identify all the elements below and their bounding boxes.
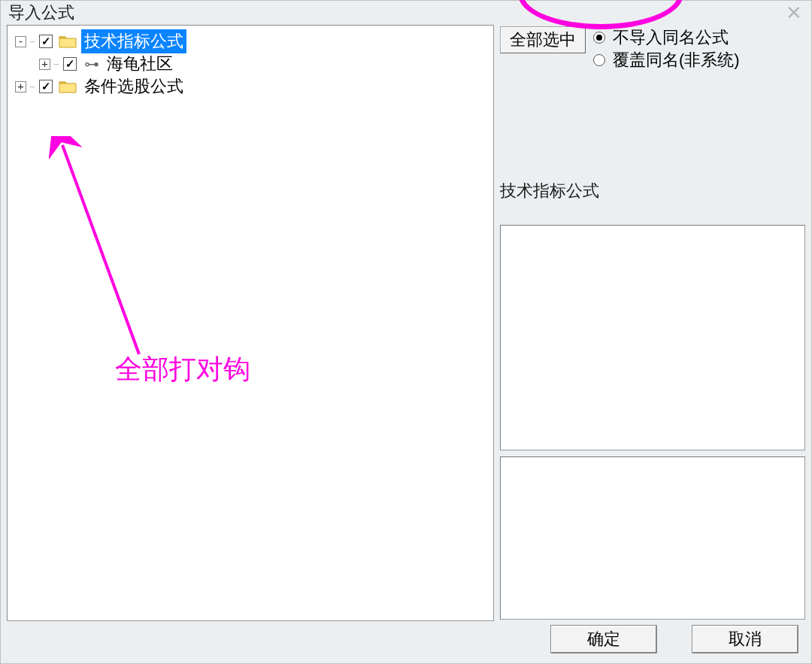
- radio-overwrite-duplicate[interactable]: 覆盖同名(非系统): [593, 49, 740, 71]
- select-all-button[interactable]: 全部选中: [500, 26, 586, 53]
- tree-node-label[interactable]: 技术指标公式: [81, 29, 186, 53]
- dialog-content: - ···· 技术指标公式 + ···· ⊶ 海龟社区 + ····: [7, 25, 811, 621]
- tree-node-stock-selection[interactable]: + ···· 条件选股公式: [15, 75, 490, 98]
- close-icon[interactable]: ✕: [786, 5, 804, 20]
- selected-category-label: 技术指标公式: [500, 180, 599, 202]
- expand-icon[interactable]: +: [39, 59, 50, 70]
- right-panel: 全部选中 不导入同名公式 覆盖同名(非系统) 技术指标公式: [494, 25, 811, 621]
- import-formula-dialog: 导入公式 ✕ - ···· 技术指标公式 + ···· ⊶ 海龟社区: [0, 0, 812, 664]
- tree-checkbox[interactable]: [39, 80, 53, 93]
- window-title: 导入公式: [8, 2, 74, 24]
- titlebar: 导入公式 ✕: [1, 1, 811, 23]
- tree-node-label[interactable]: 条件选股公式: [81, 74, 186, 99]
- radio-no-import-duplicate[interactable]: 不导入同名公式: [593, 26, 740, 49]
- key-icon: ⊶: [84, 55, 99, 73]
- tree-node-turtle-community[interactable]: + ···· ⊶ 海龟社区: [39, 53, 490, 75]
- folder-icon: [59, 80, 77, 93]
- formula-detail-panel[interactable]: [500, 456, 805, 620]
- formula-list-panel[interactable]: [500, 225, 805, 450]
- tree-node-label[interactable]: 海龟社区: [104, 52, 176, 76]
- duplicate-handling-radio-group: 不导入同名公式 覆盖同名(非系统): [593, 26, 740, 71]
- radio-label: 不导入同名公式: [613, 26, 729, 49]
- formula-tree[interactable]: - ···· 技术指标公式 + ···· ⊶ 海龟社区 + ····: [7, 25, 494, 621]
- collapse-icon[interactable]: -: [15, 36, 26, 47]
- tree-checkbox[interactable]: [39, 35, 53, 48]
- radio-icon[interactable]: [593, 54, 605, 66]
- radio-label: 覆盖同名(非系统): [613, 49, 740, 71]
- ok-button[interactable]: 确定: [551, 626, 656, 653]
- tree-checkbox[interactable]: [63, 57, 77, 71]
- folder-icon: [59, 35, 77, 48]
- radio-icon[interactable]: [593, 32, 605, 44]
- expand-icon[interactable]: +: [15, 81, 26, 92]
- dialog-buttons: 确定 取消: [551, 626, 798, 653]
- tree-node-tech-indicator[interactable]: - ···· 技术指标公式: [15, 30, 490, 53]
- cancel-button[interactable]: 取消: [692, 626, 798, 653]
